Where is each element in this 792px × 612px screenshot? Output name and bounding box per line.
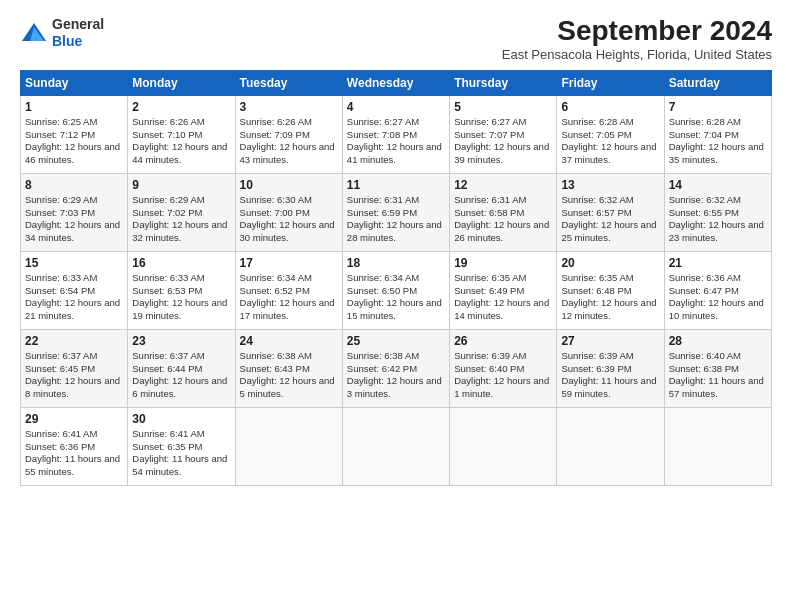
cell-content: Sunrise: 6:33 AMSunset: 6:53 PMDaylight:… [132, 272, 230, 323]
cell-content: Sunrise: 6:36 AMSunset: 6:47 PMDaylight:… [669, 272, 767, 323]
sunrise: Sunrise: 6:35 AM [561, 272, 633, 283]
sunrise: Sunrise: 6:29 AM [132, 194, 204, 205]
calendar-cell: 14Sunrise: 6:32 AMSunset: 6:55 PMDayligh… [664, 173, 771, 251]
sunset: Sunset: 7:12 PM [25, 129, 95, 140]
day-number: 27 [561, 334, 659, 348]
day-number: 19 [454, 256, 552, 270]
calendar-cell [664, 407, 771, 485]
sunset: Sunset: 6:42 PM [347, 363, 417, 374]
day-number: 10 [240, 178, 338, 192]
column-header-sunday: Sunday [21, 70, 128, 95]
sunrise: Sunrise: 6:39 AM [454, 350, 526, 361]
daylight: Daylight: 12 hours and 5 minutes. [240, 375, 335, 399]
sunrise: Sunrise: 6:38 AM [240, 350, 312, 361]
calendar-table: SundayMondayTuesdayWednesdayThursdayFrid… [20, 70, 772, 486]
cell-content: Sunrise: 6:38 AMSunset: 6:43 PMDaylight:… [240, 350, 338, 401]
sunrise: Sunrise: 6:38 AM [347, 350, 419, 361]
day-number: 14 [669, 178, 767, 192]
calendar-cell: 28Sunrise: 6:40 AMSunset: 6:38 PMDayligh… [664, 329, 771, 407]
daylight: Daylight: 12 hours and 41 minutes. [347, 141, 442, 165]
calendar-cell: 20Sunrise: 6:35 AMSunset: 6:48 PMDayligh… [557, 251, 664, 329]
column-header-monday: Monday [128, 70, 235, 95]
daylight: Daylight: 12 hours and 39 minutes. [454, 141, 549, 165]
day-number: 22 [25, 334, 123, 348]
header: General Blue September 2024 East Pensaco… [20, 16, 772, 62]
calendar-cell: 22Sunrise: 6:37 AMSunset: 6:45 PMDayligh… [21, 329, 128, 407]
calendar-cell: 15Sunrise: 6:33 AMSunset: 6:54 PMDayligh… [21, 251, 128, 329]
daylight: Daylight: 12 hours and 44 minutes. [132, 141, 227, 165]
sunset: Sunset: 6:39 PM [561, 363, 631, 374]
daylight: Daylight: 12 hours and 25 minutes. [561, 219, 656, 243]
location: East Pensacola Heights, Florida, United … [502, 47, 772, 62]
sunrise: Sunrise: 6:29 AM [25, 194, 97, 205]
sunrise: Sunrise: 6:28 AM [561, 116, 633, 127]
sunrise: Sunrise: 6:33 AM [132, 272, 204, 283]
calendar-cell: 16Sunrise: 6:33 AMSunset: 6:53 PMDayligh… [128, 251, 235, 329]
sunset: Sunset: 6:50 PM [347, 285, 417, 296]
calendar-cell: 17Sunrise: 6:34 AMSunset: 6:52 PMDayligh… [235, 251, 342, 329]
day-number: 24 [240, 334, 338, 348]
day-number: 20 [561, 256, 659, 270]
sunset: Sunset: 7:09 PM [240, 129, 310, 140]
cell-content: Sunrise: 6:35 AMSunset: 6:48 PMDaylight:… [561, 272, 659, 323]
sunset: Sunset: 6:55 PM [669, 207, 739, 218]
calendar-cell: 4Sunrise: 6:27 AMSunset: 7:08 PMDaylight… [342, 95, 449, 173]
calendar-cell: 7Sunrise: 6:28 AMSunset: 7:04 PMDaylight… [664, 95, 771, 173]
calendar-cell: 19Sunrise: 6:35 AMSunset: 6:49 PMDayligh… [450, 251, 557, 329]
daylight: Daylight: 11 hours and 59 minutes. [561, 375, 656, 399]
cell-content: Sunrise: 6:31 AMSunset: 6:59 PMDaylight:… [347, 194, 445, 245]
sunset: Sunset: 6:52 PM [240, 285, 310, 296]
calendar-cell: 5Sunrise: 6:27 AMSunset: 7:07 PMDaylight… [450, 95, 557, 173]
cell-content: Sunrise: 6:39 AMSunset: 6:39 PMDaylight:… [561, 350, 659, 401]
cell-content: Sunrise: 6:28 AMSunset: 7:05 PMDaylight:… [561, 116, 659, 167]
day-number: 7 [669, 100, 767, 114]
sunrise: Sunrise: 6:25 AM [25, 116, 97, 127]
calendar-cell: 30Sunrise: 6:41 AMSunset: 6:35 PMDayligh… [128, 407, 235, 485]
calendar-cell: 3Sunrise: 6:26 AMSunset: 7:09 PMDaylight… [235, 95, 342, 173]
sunset: Sunset: 7:04 PM [669, 129, 739, 140]
sunset: Sunset: 7:10 PM [132, 129, 202, 140]
sunset: Sunset: 6:36 PM [25, 441, 95, 452]
sunrise: Sunrise: 6:31 AM [454, 194, 526, 205]
sunset: Sunset: 7:00 PM [240, 207, 310, 218]
calendar-cell: 29Sunrise: 6:41 AMSunset: 6:36 PMDayligh… [21, 407, 128, 485]
sunset: Sunset: 6:48 PM [561, 285, 631, 296]
daylight: Daylight: 12 hours and 46 minutes. [25, 141, 120, 165]
sunrise: Sunrise: 6:27 AM [454, 116, 526, 127]
column-header-saturday: Saturday [664, 70, 771, 95]
cell-content: Sunrise: 6:29 AMSunset: 7:02 PMDaylight:… [132, 194, 230, 245]
cell-content: Sunrise: 6:27 AMSunset: 7:08 PMDaylight:… [347, 116, 445, 167]
sunset: Sunset: 6:53 PM [132, 285, 202, 296]
sunset: Sunset: 7:08 PM [347, 129, 417, 140]
daylight: Daylight: 12 hours and 6 minutes. [132, 375, 227, 399]
sunrise: Sunrise: 6:35 AM [454, 272, 526, 283]
day-number: 16 [132, 256, 230, 270]
daylight: Daylight: 11 hours and 55 minutes. [25, 453, 120, 477]
sunset: Sunset: 7:05 PM [561, 129, 631, 140]
sunset: Sunset: 6:57 PM [561, 207, 631, 218]
column-header-friday: Friday [557, 70, 664, 95]
column-header-tuesday: Tuesday [235, 70, 342, 95]
sunset: Sunset: 6:49 PM [454, 285, 524, 296]
cell-content: Sunrise: 6:31 AMSunset: 6:58 PMDaylight:… [454, 194, 552, 245]
daylight: Daylight: 12 hours and 15 minutes. [347, 297, 442, 321]
cell-content: Sunrise: 6:34 AMSunset: 6:52 PMDaylight:… [240, 272, 338, 323]
sunset: Sunset: 6:40 PM [454, 363, 524, 374]
day-number: 6 [561, 100, 659, 114]
day-number: 26 [454, 334, 552, 348]
sunset: Sunset: 7:03 PM [25, 207, 95, 218]
logo: General Blue [20, 16, 104, 50]
cell-content: Sunrise: 6:37 AMSunset: 6:44 PMDaylight:… [132, 350, 230, 401]
daylight: Daylight: 12 hours and 21 minutes. [25, 297, 120, 321]
day-number: 11 [347, 178, 445, 192]
calendar-cell: 18Sunrise: 6:34 AMSunset: 6:50 PMDayligh… [342, 251, 449, 329]
day-number: 2 [132, 100, 230, 114]
daylight: Daylight: 11 hours and 54 minutes. [132, 453, 227, 477]
calendar-cell: 25Sunrise: 6:38 AMSunset: 6:42 PMDayligh… [342, 329, 449, 407]
calendar-cell [450, 407, 557, 485]
daylight: Daylight: 12 hours and 12 minutes. [561, 297, 656, 321]
calendar-cell: 26Sunrise: 6:39 AMSunset: 6:40 PMDayligh… [450, 329, 557, 407]
daylight: Daylight: 12 hours and 43 minutes. [240, 141, 335, 165]
sunset: Sunset: 6:47 PM [669, 285, 739, 296]
logo-blue: Blue [52, 33, 82, 49]
